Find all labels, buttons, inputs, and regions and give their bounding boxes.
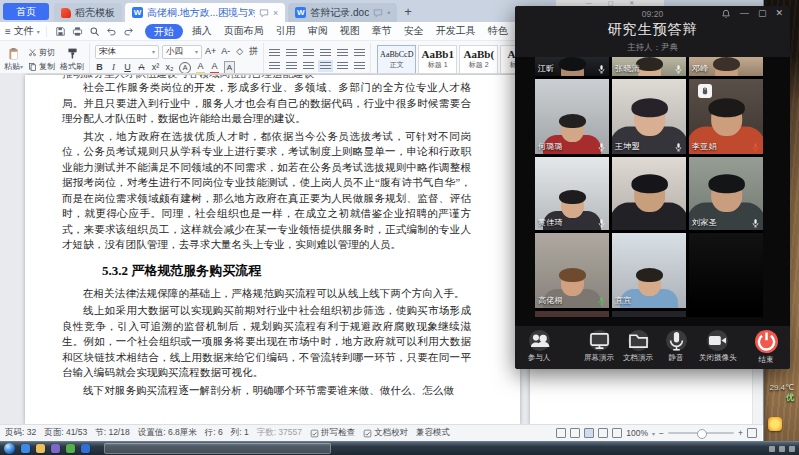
cut-button[interactable]: 剪切 — [28, 47, 55, 58]
video-tile[interactable]: 宜宜 — [612, 233, 686, 308]
format-tool-icon[interactable]: B — [95, 62, 104, 73]
ribbon-tab-安全[interactable]: 安全 — [398, 22, 430, 40]
format-tool-icon[interactable]: x² — [151, 62, 160, 73]
outline-view-icon[interactable] — [612, 428, 622, 438]
media-icon[interactable] — [51, 444, 60, 453]
style-preset[interactable]: AaBb(标题 2 — [459, 45, 498, 74]
video-tile[interactable]: 王坤盟 — [612, 79, 686, 154]
start-button[interactable] — [4, 443, 15, 454]
align-right-icon[interactable] — [303, 62, 314, 70]
ribbon-tab-视图[interactable]: 视图 — [334, 22, 366, 40]
close-button[interactable]: ✕ — [775, 8, 783, 19]
text-direction-icon[interactable] — [337, 49, 348, 57]
format-tool-icon[interactable]: U — [123, 62, 132, 73]
zoom-caret-icon[interactable]: ▾ — [652, 430, 655, 437]
maximize-button[interactable]: ▢ — [758, 8, 767, 19]
app-green-icon[interactable] — [66, 444, 75, 453]
zoom-slider-knob[interactable] — [697, 429, 707, 439]
copy-button[interactable]: 复制 — [28, 61, 55, 72]
numbered-list-icon[interactable] — [286, 49, 297, 57]
proofread-button[interactable]: 文档校对 — [363, 427, 408, 439]
close-tab-icon[interactable]: × — [273, 8, 278, 18]
tab-docer[interactable]: 稻壳模板 — [54, 3, 122, 22]
video-tile[interactable]: 高佬桐 — [535, 233, 609, 308]
minimize-button[interactable]: — — [740, 8, 749, 19]
document-tab[interactable]: 答辩记录.doc• — [288, 3, 397, 22]
document-tab[interactable]: 高佬桐.地方政...困境与对策研究× — [125, 3, 285, 22]
video-tile[interactable]: 江昕 — [535, 57, 609, 76]
ribbon-tab-开始[interactable]: 开始 — [145, 24, 183, 39]
zoom-slider[interactable] — [668, 432, 734, 434]
format-painter-button[interactable]: 格式刷 — [60, 47, 84, 72]
new-tab-button[interactable]: + — [404, 4, 412, 19]
zoom-level[interactable]: 100% — [626, 428, 648, 438]
taskbar-open-window[interactable] — [104, 443, 331, 454]
video-tile[interactable]: 邓峰 — [689, 57, 763, 76]
paste-button[interactable]: 粘贴▾ — [4, 47, 23, 72]
video-tile[interactable]: 何璐璐 — [535, 79, 609, 154]
file-menu[interactable]: ≡ 文件 ▾ — [5, 24, 40, 38]
align-left-icon[interactable] — [269, 62, 280, 70]
format-tool-icon[interactable]: A — [179, 62, 191, 74]
tab-menu-icon[interactable]: • — [387, 8, 390, 18]
video-tile[interactable]: 张晓清 — [612, 57, 686, 76]
desktop-shortcut-icon[interactable] — [768, 417, 782, 431]
comment-icon[interactable] — [373, 8, 383, 18]
meeting-button-camera[interactable]: 关闭摄像头 — [699, 330, 737, 363]
bullet-list-icon[interactable] — [269, 49, 280, 57]
video-tile[interactable]: 李亚娟 — [689, 79, 763, 154]
ribbon-tab-审阅[interactable]: 审阅 — [302, 22, 334, 40]
style-preset[interactable]: AaBbCcD正文 — [377, 45, 416, 74]
zoom-in-button[interactable]: + — [738, 428, 743, 438]
font-tool-icon[interactable]: ◇ — [235, 46, 244, 57]
browser-icon[interactable] — [21, 444, 30, 453]
video-tile[interactable] — [612, 157, 686, 230]
format-tool-icon[interactable]: A — [137, 62, 146, 73]
ribbon-tab-插入[interactable]: 插入 — [186, 22, 218, 40]
video-tile[interactable] — [689, 233, 763, 308]
print-preview-icon[interactable] — [89, 26, 100, 37]
end-meeting-button[interactable]: 结束 — [752, 330, 780, 365]
ribbon-tab-引用[interactable]: 引用 — [270, 22, 302, 40]
style-preset[interactable]: AaBb1标题 1 — [418, 45, 457, 74]
font-size-select[interactable]: 小四▾ — [162, 45, 202, 59]
folder-icon[interactable] — [36, 444, 45, 453]
meeting-button-screen[interactable]: 屏幕演示 — [584, 330, 614, 363]
page-view-icon[interactable] — [584, 428, 594, 438]
font-tool-icon[interactable]: A+ — [205, 46, 216, 57]
app-blue-icon[interactable] — [81, 444, 90, 453]
spell-check-button[interactable]: 拼写检查 — [310, 427, 355, 439]
meeting-button-people[interactable]: 参与人 — [525, 330, 553, 363]
format-tool-icon[interactable]: I — [109, 62, 118, 73]
fullscreen-view-icon[interactable] — [556, 428, 566, 438]
system-tray[interactable] — [769, 446, 795, 452]
align-center-icon[interactable] — [286, 62, 297, 70]
shading-icon[interactable] — [354, 62, 365, 70]
line-spacing-icon[interactable] — [337, 62, 348, 70]
sort-icon[interactable] — [354, 49, 365, 57]
font-name-select[interactable]: 宋体▾ — [95, 45, 159, 59]
ribbon-tab-开发工具[interactable]: 开发工具 — [430, 22, 482, 40]
save-icon[interactable] — [55, 26, 66, 37]
bell-icon[interactable] — [721, 9, 731, 19]
comment-icon[interactable] — [259, 8, 269, 18]
video-tile[interactable]: 黄佳琦 — [535, 157, 609, 230]
meeting-button-docshare[interactable]: 文档演示 — [623, 330, 653, 363]
web-view-icon[interactable] — [598, 428, 608, 438]
eye-protect-view-icon[interactable] — [570, 428, 580, 438]
font-tool-icon[interactable]: A- — [221, 46, 230, 57]
redo-icon[interactable] — [123, 26, 134, 37]
meeting-button-mic[interactable]: 静音 — [662, 330, 690, 363]
fit-page-icon[interactable] — [747, 428, 757, 438]
decrease-indent-icon[interactable] — [303, 49, 314, 57]
format-tool-icon[interactable]: x₂ — [165, 62, 174, 73]
document-page[interactable]: 推动服务型人才队伍建设与各领域岗位的合理适配建议社会工作服务类岗位的开发，形成多… — [25, 75, 520, 425]
ribbon-tab-特色[interactable]: 特色 — [482, 22, 514, 40]
tab-home[interactable]: 首页 — [3, 3, 49, 20]
undo-icon[interactable] — [106, 26, 117, 37]
justify-icon[interactable] — [320, 62, 331, 70]
ribbon-tab-章节[interactable]: 章节 — [366, 22, 398, 40]
print-icon[interactable] — [72, 26, 83, 37]
ribbon-tab-页面布局[interactable]: 页面布局 — [218, 22, 270, 40]
video-tile[interactable]: 刘家圣 — [689, 157, 763, 230]
